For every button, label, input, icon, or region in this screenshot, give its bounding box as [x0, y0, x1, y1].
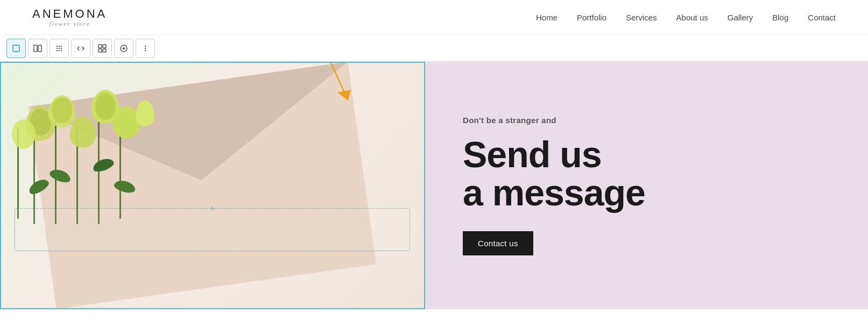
logo-name: ANEMONA [32, 8, 107, 20]
svg-rect-15 [103, 49, 106, 52]
editor-toolbar [0, 35, 868, 62]
svg-marker-23 [337, 90, 351, 101]
nav-services[interactable]: Services [626, 13, 657, 22]
nav-gallery[interactable]: Gallery [728, 13, 753, 22]
more-options-button[interactable] [136, 39, 155, 58]
svg-rect-2 [38, 45, 41, 52]
svg-point-7 [59, 47, 60, 48]
svg-point-19 [145, 45, 146, 46]
single-column-button[interactable] [6, 39, 26, 58]
leaf-2 [48, 167, 72, 184]
tagline-text: Don't be a stranger and [463, 116, 830, 125]
logo-tagline: flower store [49, 21, 90, 27]
svg-point-10 [59, 49, 60, 51]
code-button[interactable] [71, 39, 90, 58]
headline-line1: Send us [463, 134, 602, 175]
leaf-3 [91, 156, 115, 174]
grid-dots-button[interactable] [50, 39, 69, 58]
leaf-1 [27, 176, 51, 196]
two-column-button[interactable] [28, 39, 47, 58]
svg-rect-1 [34, 45, 37, 52]
headline-line2: a message [463, 172, 645, 213]
nav-about[interactable]: About us [676, 13, 708, 22]
svg-point-9 [57, 49, 58, 51]
annotation-arrow [313, 62, 367, 111]
leaf-4 [113, 179, 137, 195]
bottom-annotation-area: Let's change the image background and us… [0, 309, 868, 321]
svg-point-20 [145, 47, 146, 48]
svg-point-5 [61, 45, 62, 46]
logo: ANEMONA flower store [32, 8, 107, 27]
svg-rect-0 [13, 45, 19, 52]
content-area: + Don't be a stranger and Send us a mess… [0, 62, 868, 309]
right-cta-panel: Don't be a stranger and Send us a messag… [425, 62, 868, 309]
svg-rect-14 [98, 49, 102, 52]
nav-portfolio[interactable]: Portfolio [577, 13, 606, 22]
svg-point-11 [61, 49, 62, 51]
svg-point-6 [57, 47, 58, 48]
nav-contact[interactable]: Contact [808, 13, 836, 22]
svg-point-8 [61, 47, 62, 48]
flower-head-7 [136, 101, 154, 126]
svg-point-21 [145, 49, 146, 51]
site-header: ANEMONA flower store Home Portfolio Serv… [0, 0, 868, 35]
svg-line-22 [324, 62, 345, 95]
svg-rect-12 [98, 45, 102, 48]
nav-home[interactable]: Home [536, 13, 558, 22]
svg-rect-13 [103, 45, 106, 48]
selection-box[interactable]: + [15, 208, 410, 251]
left-image-panel[interactable]: + [0, 62, 425, 309]
contact-us-button[interactable]: Contact us [463, 231, 533, 255]
svg-point-3 [57, 45, 58, 46]
svg-point-4 [59, 45, 60, 46]
layout-grid-button[interactable] [93, 39, 112, 58]
nav-blog[interactable]: Blog [772, 13, 788, 22]
main-nav: Home Portfolio Services About us Gallery… [536, 13, 836, 22]
headline: Send us a message [463, 135, 830, 212]
add-icon: + [209, 203, 215, 214]
add-element-button[interactable] [114, 39, 133, 58]
flower-head-5 [12, 119, 36, 149]
